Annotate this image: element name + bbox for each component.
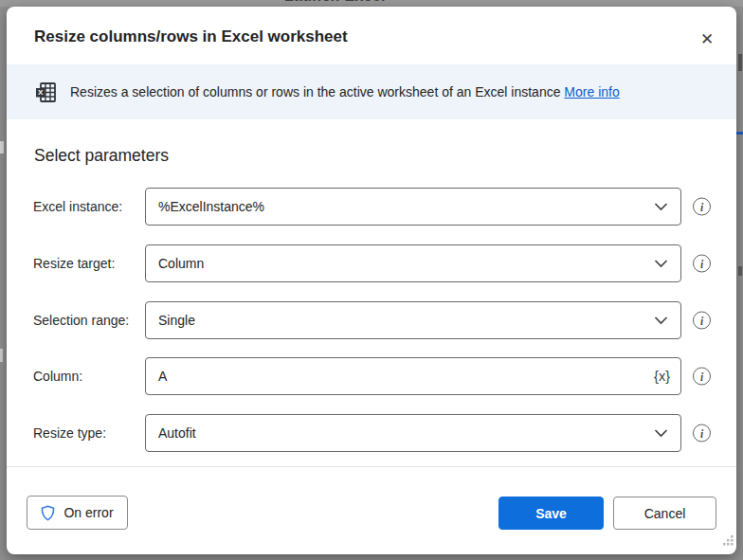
chevron-down-icon	[654, 428, 668, 438]
background-fragment	[0, 349, 3, 362]
dropdown-value: %ExcelInstance%	[146, 199, 654, 214]
input-value[interactable]: A	[146, 369, 651, 384]
field-label: Resize type:	[33, 425, 106, 441]
field-row-column: Column: A {x} i	[7, 357, 736, 395]
chevron-down-icon	[654, 316, 668, 325]
dropdown-value: Autofit	[146, 425, 654, 441]
svg-text:X: X	[38, 88, 44, 97]
info-icon[interactable]: i	[693, 425, 711, 443]
resize-grip[interactable]	[719, 532, 734, 551]
resize-target-dropdown[interactable]: Column	[145, 244, 681, 282]
variable-picker-icon[interactable]: {x}	[651, 367, 673, 386]
background-fragment	[0, 141, 4, 154]
background-fragment	[736, 132, 743, 135]
dropdown-value: Single	[146, 313, 654, 328]
resize-type-dropdown[interactable]: Autofit	[145, 414, 681, 452]
field-row-excel-instance: Excel instance: %ExcelInstance% i	[7, 188, 736, 226]
info-icon[interactable]: i	[693, 368, 711, 386]
on-error-label: On error	[63, 505, 113, 520]
field-row-selection-range: Selection range: Single i	[7, 301, 736, 339]
chevron-down-icon	[654, 259, 668, 268]
cancel-button[interactable]: Cancel	[613, 497, 716, 530]
excel-action-icon: X	[34, 81, 58, 104]
info-icon[interactable]: i	[693, 255, 711, 273]
resize-columns-rows-dialog: Resize columns/rows in Excel worksheet ✕…	[7, 7, 736, 554]
behind-window-title: Launch Excel	[284, 0, 386, 5]
chevron-down-icon	[654, 202, 668, 211]
field-row-resize-type: Resize type: Autofit i	[7, 414, 736, 452]
close-icon[interactable]: ✕	[694, 26, 720, 52]
action-description: Resizes a selection of columns or rows i…	[70, 84, 620, 99]
selection-range-dropdown[interactable]: Single	[145, 301, 681, 339]
excel-instance-dropdown[interactable]: %ExcelInstance%	[145, 188, 681, 226]
on-error-shield-icon	[41, 505, 55, 521]
section-heading: Select parameters	[34, 146, 169, 166]
footer-separator	[7, 466, 736, 467]
action-description-banner: X Resizes a selection of columns or rows…	[7, 64, 736, 119]
field-label: Excel instance:	[33, 199, 122, 214]
field-label: Column:	[33, 369, 82, 384]
column-input[interactable]: A {x}	[145, 357, 681, 395]
background-fragment	[738, 266, 742, 276]
background-fragment	[738, 54, 742, 71]
dropdown-value: Column	[146, 256, 654, 271]
field-label: Selection range:	[33, 313, 129, 328]
more-info-link[interactable]: More info	[564, 84, 619, 99]
info-icon[interactable]: i	[693, 312, 711, 330]
save-button[interactable]: Save	[498, 497, 604, 530]
field-row-resize-target: Resize target: Column i	[7, 244, 736, 282]
dialog-title: Resize columns/rows in Excel worksheet	[34, 27, 348, 46]
field-label: Resize target:	[33, 256, 115, 271]
dimmed-background-top: Launch Excel	[0, 0, 743, 7]
on-error-button[interactable]: On error	[27, 496, 128, 530]
info-icon[interactable]: i	[693, 198, 711, 216]
